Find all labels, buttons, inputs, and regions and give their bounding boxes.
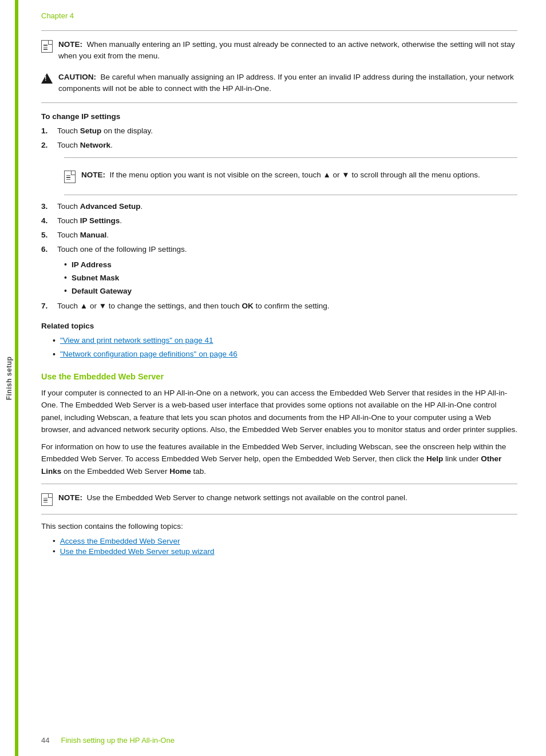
inner-note-label: NOTE: xyxy=(81,171,105,179)
bullet-text-1: IP Address xyxy=(72,259,112,271)
ews-topics-list: • Access the Embedded Web Server • Use t… xyxy=(53,537,517,556)
step-text-5: Touch Manual. xyxy=(57,229,517,241)
step-item-4: 4. Touch IP Settings. xyxy=(41,215,517,227)
steps-list-2: 3. Touch Advanced Setup. 4. Touch IP Set… xyxy=(41,201,517,256)
ews-para-1: If your computer is connected to an HP A… xyxy=(41,387,517,436)
rule-4 xyxy=(41,514,517,514)
step-item-2: 2. Touch Network. xyxy=(41,140,517,151)
section-heading-1: To change IP settings xyxy=(41,112,517,121)
top-rule xyxy=(41,30,517,31)
ews-para-2-mid: link under xyxy=(443,454,481,463)
ews-topic-item-1: • Access the Embedded Web Server xyxy=(53,537,517,545)
chapter-header: Chapter 4 xyxy=(41,11,517,20)
related-topics: Related topics "View and print network s… xyxy=(41,322,517,361)
caution-content-1: Be careful when manually assigning an IP… xyxy=(58,73,514,93)
note-text-1: NOTE: When manually entering an IP setti… xyxy=(58,39,517,62)
ews-topic-item-2: • Use the Embedded Web Server setup wiza… xyxy=(53,547,517,556)
note-block-2: NOTE: Use the Embedded Web Server to cha… xyxy=(41,490,517,508)
related-topic-item-1: "View and print network settings" on pag… xyxy=(53,335,517,347)
step-text-3: Touch Advanced Setup. xyxy=(57,201,517,212)
step-text-4: Touch IP Settings. xyxy=(57,215,517,227)
step-item-3: 3. Touch Advanced Setup. xyxy=(41,201,517,212)
bullet-item-3: • Default Gateway xyxy=(64,286,517,297)
bullet-list-1: • IP Address • Subnet Mask • Default Gat… xyxy=(64,259,517,298)
bullet-item-2: • Subnet Mask xyxy=(64,272,517,284)
step-text-1: Touch Setup on the display. xyxy=(57,125,517,137)
step-num-3: 3. xyxy=(41,201,53,212)
bullet-text-2: Subnet Mask xyxy=(72,272,119,284)
step-text-7: Touch ▲ or ▼ to change the settings, and… xyxy=(57,300,517,312)
ews-para-2-mid2: on the Embedded Web Server xyxy=(61,467,169,476)
inner-note-icon xyxy=(64,171,76,183)
inner-note-content: If the menu option you want is not visib… xyxy=(110,171,480,179)
ews-heading: Use the Embedded Web Server xyxy=(41,372,517,381)
section-intro: This section contains the following topi… xyxy=(41,520,517,533)
sidebar-label: Finish setup xyxy=(5,356,13,400)
note-icon-1 xyxy=(41,40,53,53)
step-num-4: 4. xyxy=(41,215,53,227)
note-label-1: NOTE: xyxy=(58,40,82,49)
note-content-1: When manually entering an IP setting, yo… xyxy=(58,40,515,60)
note-text-2: NOTE: Use the Embedded Web Server to cha… xyxy=(58,492,407,504)
note-label-2: NOTE: xyxy=(58,493,82,502)
caution-icon: ! xyxy=(41,73,53,84)
footer-page-num: 44 xyxy=(41,736,49,745)
ews-topic-link-2[interactable]: Use the Embedded Web Server setup wizard xyxy=(60,547,215,556)
caution-text-1: CAUTION: Be careful when manually assign… xyxy=(58,72,517,95)
step-item-1: 1. Touch Setup on the display. xyxy=(41,125,517,137)
step-num-1: 1. xyxy=(41,125,53,137)
step-item-6: 6. Touch one of the following IP setting… xyxy=(41,244,517,255)
steps-list-3: 7. Touch ▲ or ▼ to change the settings, … xyxy=(41,300,517,312)
note-content-2: Use the Embedded Web Server to change ne… xyxy=(87,493,407,502)
main-content: Chapter 4 NOTE: When manually entering a… xyxy=(18,0,546,756)
rule-3 xyxy=(41,484,517,484)
inner-note-block: NOTE: If the menu option you want is not… xyxy=(64,167,517,185)
indented-note: NOTE: If the menu option you want is not… xyxy=(64,157,517,195)
ews-topic-link-1[interactable]: Access the Embedded Web Server xyxy=(60,537,180,545)
bullet-dot-3: • xyxy=(64,286,67,297)
bullet-text-3: Default Gateway xyxy=(72,286,132,297)
bullet-item-1: • IP Address xyxy=(64,259,517,271)
footer-text: Finish setting up the HP All-in-One xyxy=(61,736,174,745)
note-block-1: NOTE: When manually entering an IP setti… xyxy=(41,37,517,65)
ews-help-bold: Help xyxy=(426,454,443,463)
inner-note-text: NOTE: If the menu option you want is not… xyxy=(81,169,480,181)
related-topics-list: "View and print network settings" on pag… xyxy=(53,335,517,361)
related-topics-heading: Related topics xyxy=(41,322,517,330)
step-num-2: 2. xyxy=(41,140,53,151)
page-footer: 44 Finish setting up the HP All-in-One xyxy=(41,736,517,745)
caution-label-1: CAUTION: xyxy=(58,73,96,81)
ews-bullet-1: • xyxy=(53,537,56,545)
step-text-6: Touch one of the following IP settings. xyxy=(57,244,517,255)
bullet-dot-2: • xyxy=(64,272,67,284)
step-num-6: 6. xyxy=(41,244,53,255)
ews-bullet-2: • xyxy=(53,547,56,556)
related-topic-link-2[interactable]: "Network configuration page definitions"… xyxy=(60,349,238,360)
ews-home-bold: Home xyxy=(169,467,191,476)
step-text-2: Touch Network. xyxy=(57,140,517,151)
note-icon-2 xyxy=(41,493,53,506)
related-topic-link-1[interactable]: "View and print network settings" on pag… xyxy=(60,335,213,346)
rule-2 xyxy=(41,102,517,103)
step-item-5: 5. Touch Manual. xyxy=(41,229,517,241)
ews-para-2-end: tab. xyxy=(191,467,206,476)
ews-para-2: For information on how to use the featur… xyxy=(41,441,517,478)
bullet-dot-1: • xyxy=(64,259,67,271)
related-topic-item-2: "Network configuration page definitions"… xyxy=(53,349,517,361)
step-num-7: 7. xyxy=(41,300,53,312)
step-num-5: 5. xyxy=(41,229,53,241)
step-item-7: 7. Touch ▲ or ▼ to change the settings, … xyxy=(41,300,517,312)
steps-list-1: 1. Touch Setup on the display. 2. Touch … xyxy=(41,125,517,152)
sidebar: Finish setup xyxy=(0,0,18,756)
caution-block-1: ! CAUTION: Be careful when manually assi… xyxy=(41,69,517,97)
